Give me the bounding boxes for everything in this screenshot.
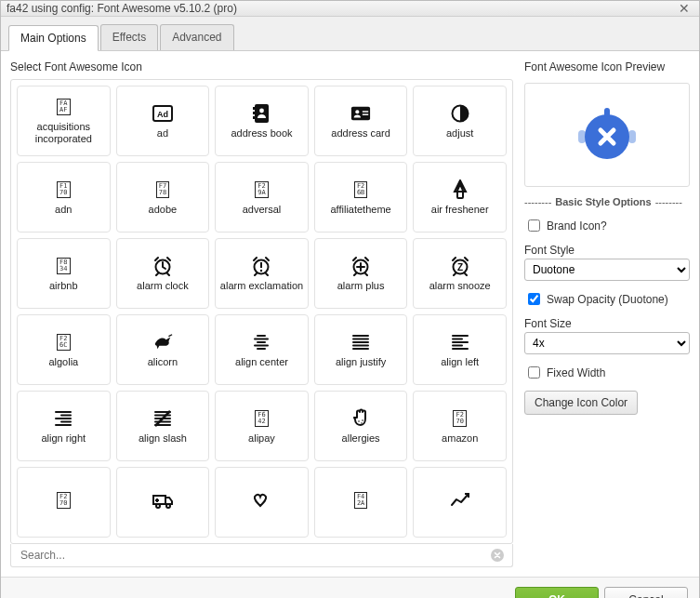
- search-input[interactable]: [19, 548, 490, 563]
- alarm clock-icon: [152, 256, 173, 276]
- algolia-icon: F26C: [53, 332, 73, 352]
- icon-card[interactable]: air freshener: [413, 162, 507, 233]
- airbnb-icon: F834: [53, 256, 73, 276]
- icon-card[interactable]: F778adobe: [116, 162, 210, 233]
- tab-bar: Main OptionsEffectsAdvanced: [1, 17, 699, 51]
- icon-card-label: address book: [231, 127, 292, 140]
- icon-card-label: air freshener: [431, 204, 489, 216]
- svg-point-3: [260, 108, 265, 113]
- icon-card[interactable]: align left: [413, 314, 507, 385]
- icon-card-label: adjust: [446, 127, 473, 140]
- icon-card[interactable]: align center: [215, 314, 309, 385]
- icon-card[interactable]: align right: [17, 391, 111, 461]
- icon-card[interactable]: [413, 467, 507, 538]
- svg-point-8: [355, 110, 359, 113]
- icon-card[interactable]: F26Baffiliatetheme: [314, 162, 408, 233]
- icon-card-label: align center: [235, 356, 288, 368]
- icon-card[interactable]: F170adn: [17, 162, 111, 233]
- icon-grid-scroll[interactable]: FAAFacquisitions incorporatedAdadaddress…: [11, 80, 512, 543]
- icon-card[interactable]: adjust: [413, 86, 507, 156]
- align justify-icon: [350, 332, 371, 352]
- dialog-window: fa42 using config: Font Awesome v5.10.2 …: [0, 0, 700, 598]
- icon-card[interactable]: F270amazon: [413, 391, 507, 461]
- svg-rect-16: [260, 262, 262, 268]
- icon-card[interactable]: alarm exclamation: [215, 238, 309, 309]
- font-size-label: Font Size: [524, 317, 690, 330]
- svg-point-17: [260, 269, 262, 271]
- window-title: fa42 using config: Font Awesome v5.10.2 …: [7, 2, 237, 15]
- ad-icon: Ad: [152, 103, 173, 124]
- tab-effects[interactable]: Effects: [100, 24, 158, 50]
- icon-card[interactable]: F834airbnb: [17, 238, 111, 309]
- font-size-select[interactable]: 4x: [524, 332, 690, 354]
- icon-card[interactable]: F26Calgolia: [17, 314, 111, 385]
- search-row: [10, 544, 513, 567]
- icon-card[interactable]: address book: [215, 86, 309, 156]
- icon-card[interactable]: allergies: [314, 391, 408, 461]
- fixed-width-checkbox[interactable]: Fixed Width: [524, 364, 690, 381]
- affiliatetheme-icon: F26B: [350, 179, 371, 200]
- svg-rect-5: [253, 112, 255, 114]
- icon-picker-label: Select Font Awesome Icon: [10, 60, 513, 73]
- brand-icon-checkbox[interactable]: Brand Icon?: [524, 217, 690, 234]
- align slash-icon: [152, 408, 173, 429]
- icon-card-label: adn: [55, 204, 72, 216]
- icon-card-label: amazon: [442, 432, 478, 445]
- svg-point-51: [156, 504, 160, 508]
- icon-card-label: align right: [41, 432, 86, 445]
- svg-text:Ad: Ad: [157, 110, 168, 119]
- icon-card[interactable]: align justify: [314, 314, 408, 385]
- icon-card-label: adobe: [149, 204, 178, 216]
- preview-icon: [575, 102, 640, 167]
- icon-card[interactable]: [116, 467, 210, 538]
- clear-search-icon[interactable]: [490, 548, 505, 563]
- tab-main-options[interactable]: Main Options: [8, 25, 99, 51]
- main-area: Select Font Awesome Icon FAAFacquisition…: [1, 51, 699, 577]
- tab-advanced[interactable]: Advanced: [160, 24, 233, 50]
- icon-card[interactable]: F29Aadversal: [215, 162, 309, 233]
- icon-card-label: affiliatetheme: [330, 204, 390, 216]
- close-icon[interactable]: ✕: [675, 1, 693, 16]
- acquisitions incorporated-icon: FAAF: [53, 97, 73, 117]
- icon-card[interactable]: FAAFacquisitions incorporated: [17, 86, 111, 156]
- svg-point-47: [358, 420, 360, 422]
- icon-card[interactable]: F642alipay: [215, 391, 309, 461]
- icon-card[interactable]: alicorn: [116, 314, 210, 385]
- icon-card[interactable]: Adad: [116, 86, 210, 156]
- change-icon-color-button[interactable]: Change Icon Color: [524, 391, 638, 415]
- swap-opacity-checkbox[interactable]: Swap Opacity (Duotone): [524, 290, 690, 308]
- svg-rect-7: [351, 106, 370, 120]
- alarm snooze-icon: Z: [450, 256, 470, 276]
- address book-icon: [251, 103, 271, 124]
- icon-card-label: alicorn: [148, 356, 178, 368]
- icon-card[interactable]: [215, 467, 309, 538]
- icon-card[interactable]: F270: [17, 467, 111, 538]
- icon-card[interactable]: alarm plus: [314, 238, 408, 309]
- alarm plus-icon: [350, 256, 371, 276]
- icon-card[interactable]: F42A: [314, 467, 408, 538]
- svg-rect-2: [255, 104, 269, 123]
- svg-point-52: [166, 504, 170, 508]
- svg-rect-9: [363, 111, 368, 112]
- icon-card[interactable]: align slash: [116, 391, 210, 461]
- cancel-button[interactable]: Cancel: [604, 587, 688, 598]
- icon-card[interactable]: Zalarm snooze: [413, 238, 507, 309]
- icon-card-label: acquisitions incorporated: [21, 121, 106, 144]
- preview-label: Font Awesome Icon Preview: [524, 60, 690, 73]
- dialog-footer: OK Cancel: [1, 577, 699, 598]
- svg-rect-50: [153, 496, 165, 504]
- icon-card-label: allergies: [342, 432, 380, 445]
- font-style-label: Font Style: [524, 244, 690, 257]
- adjust-icon: [450, 103, 470, 124]
- icon-grid-wrap: FAAFacquisitions incorporatedAdadaddress…: [10, 79, 513, 544]
- icon-card[interactable]: address card: [314, 86, 408, 156]
- allergies-icon: [350, 408, 371, 429]
- icon-icon: [251, 490, 271, 511]
- dialog-body: Select Font Awesome Icon FAAFacquisition…: [1, 51, 699, 598]
- icon-card[interactable]: alarm clock: [116, 238, 210, 309]
- align right-icon: [53, 408, 73, 429]
- font-style-select[interactable]: Duotone: [524, 259, 690, 281]
- icon-card-label: adversal: [243, 204, 282, 216]
- icon-icon: [152, 490, 173, 511]
- ok-button[interactable]: OK: [515, 587, 599, 598]
